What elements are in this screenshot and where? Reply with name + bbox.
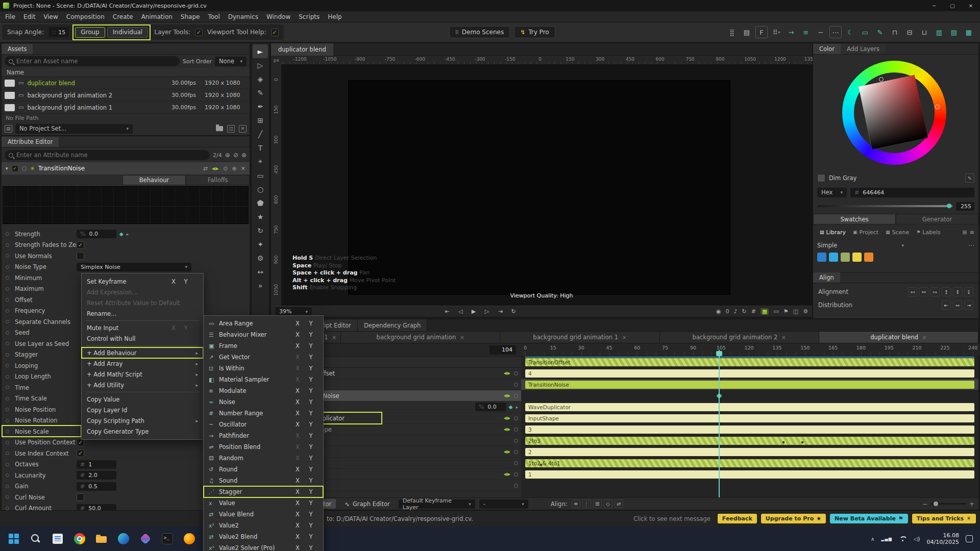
track-row-3[interactable]: 3 bbox=[521, 424, 978, 435]
alpha-slider-handle[interactable] bbox=[947, 204, 951, 208]
checkbox-use-normals[interactable] bbox=[77, 252, 84, 260]
keyframe-dot-icon[interactable] bbox=[6, 243, 9, 247]
keyframe-dot-icon[interactable] bbox=[6, 298, 9, 302]
menu-animation[interactable]: Animation bbox=[137, 13, 177, 20]
y-flag[interactable]: Y bbox=[304, 466, 318, 473]
layer-circle-icon[interactable] bbox=[514, 394, 518, 398]
y-flag[interactable]: Y bbox=[304, 432, 318, 439]
y-flag[interactable]: Y bbox=[304, 376, 318, 383]
more-dots-icon[interactable]: ⋯ bbox=[829, 26, 842, 38]
composition-canvas[interactable] bbox=[348, 80, 730, 295]
step-forward-button[interactable]: ▷ bbox=[482, 308, 492, 315]
layer-circle-icon[interactable] bbox=[514, 472, 518, 477]
align-top-icon[interactable]: ⊓ bbox=[889, 26, 901, 38]
submenu-item-area-range[interactable]: ▭Area RangeXY bbox=[204, 318, 323, 329]
checkbox-use-index-context[interactable]: ✓ bbox=[77, 449, 84, 457]
star-tool[interactable]: ★ bbox=[253, 210, 268, 223]
tl-align-center-icon[interactable]: ⋮ bbox=[582, 499, 591, 508]
close-tab-icon[interactable]: × bbox=[460, 335, 464, 340]
badge-new-beta-available[interactable]: New Beta Available⚑ bbox=[830, 514, 908, 523]
minimize-button[interactable]: ─ bbox=[925, 0, 943, 11]
x-flag[interactable]: X bbox=[291, 443, 304, 450]
distribute-center-icon[interactable]: ⇔ bbox=[953, 300, 962, 310]
list-view-icon[interactable]: ≡ bbox=[970, 229, 974, 236]
align-bottom-icon[interactable]: ⊔ bbox=[918, 26, 930, 38]
keyframe-dot-icon[interactable] bbox=[6, 276, 9, 280]
close-tab-icon[interactable]: × bbox=[332, 335, 336, 340]
distribute-left-icon[interactable]: ⇤ bbox=[942, 300, 951, 310]
align-bottom-icon[interactable]: ↧ bbox=[964, 287, 973, 296]
align-tab[interactable]: Align bbox=[813, 272, 840, 283]
close-tab-icon[interactable]: × bbox=[622, 335, 626, 340]
moon-icon[interactable]: ☾ bbox=[844, 26, 856, 38]
graph-editor-button[interactable]: ∿ Graph Editor bbox=[340, 499, 395, 509]
assets-tab[interactable]: Assets bbox=[2, 44, 33, 54]
notification-icon[interactable] bbox=[966, 535, 973, 542]
snap-grid-icon[interactable]: # bbox=[751, 308, 756, 315]
number-field[interactable]: #0.5 bbox=[77, 482, 116, 491]
strength-value-field[interactable]: %0.0 bbox=[475, 403, 506, 411]
asset-row-background-grid-animation-1[interactable]: ▭background grid animation 130.00fps1920… bbox=[2, 102, 250, 114]
x-flag[interactable]: X bbox=[291, 331, 304, 338]
track-row-waveduplicator[interactable]: WaveDuplicator bbox=[521, 402, 978, 413]
asset-row-duplicator-blend[interactable]: ▭duplicator blend30.00fps1920 x 1080 bbox=[2, 77, 250, 89]
folder-taskbar-icon[interactable] bbox=[95, 532, 108, 545]
timeline-bar-2[interactable]: 2 bbox=[525, 448, 974, 456]
display-icon[interactable]: ▭ bbox=[773, 308, 778, 315]
keyframe-nav-icons[interactable]: ◀▶ bbox=[504, 371, 511, 375]
keyframe-dot-icon[interactable] bbox=[6, 320, 9, 323]
playhead-marker[interactable] bbox=[716, 351, 722, 356]
x-flag[interactable]: X bbox=[291, 421, 304, 428]
stamp-tool[interactable]: ⊞ bbox=[253, 113, 268, 127]
y-flag[interactable]: Y bbox=[304, 320, 318, 327]
region-tool[interactable]: ◈ bbox=[253, 72, 268, 86]
menu-item-copy-scripting-path[interactable]: Copy Scripting Path▸ bbox=[82, 415, 203, 426]
x-flag[interactable]: X bbox=[291, 376, 304, 383]
submenu-item-number-range[interactable]: #Number RangeXY bbox=[204, 408, 323, 419]
y-flag[interactable]: Y bbox=[304, 398, 318, 406]
keyframe-arrow-icon[interactable]: ▸ bbox=[516, 405, 518, 410]
track-row-4[interactable]: 4 bbox=[521, 368, 978, 379]
asset-search-input[interactable]: Enter an Asset name bbox=[5, 56, 180, 66]
keyframe-dot-icon[interactable] bbox=[6, 342, 9, 345]
expand-tools[interactable]: » bbox=[253, 279, 268, 292]
submenu-item-behaviour-mixer[interactable]: ☰Behaviour MixerXY bbox=[204, 329, 323, 340]
columns-icon[interactable]: ▥ bbox=[933, 26, 945, 38]
color-mode-dropdown[interactable]: Hex ▾ bbox=[817, 188, 847, 197]
close-button[interactable]: ✕ bbox=[962, 0, 980, 11]
layer-circle-icon[interactable] bbox=[514, 416, 518, 420]
menu-item-copy-generator-type[interactable]: Copy Generator Type bbox=[82, 426, 203, 437]
y-flag[interactable]: Y bbox=[304, 421, 318, 428]
comp-tab-background-grid-animation[interactable]: background grid animation× bbox=[341, 332, 500, 343]
edge-taskbar-icon[interactable] bbox=[117, 532, 130, 545]
polygon-tool[interactable] bbox=[253, 196, 268, 210]
x-flag[interactable]: X bbox=[291, 477, 304, 484]
keyframe-dot-icon[interactable] bbox=[6, 507, 9, 510]
x-flag[interactable]: X bbox=[291, 522, 304, 529]
timeline-bar-transitionoffset[interactable]: TransitionOffset bbox=[525, 358, 974, 366]
chrome-taskbar-icon[interactable] bbox=[73, 532, 86, 545]
x-flag[interactable]: X bbox=[291, 488, 304, 495]
noise-type-dropdown[interactable]: Simplex Noise▾ bbox=[77, 263, 191, 271]
menu-file[interactable]: File bbox=[1, 13, 19, 20]
x-flag[interactable]: X bbox=[167, 324, 180, 332]
terminal-taskbar-icon[interactable] bbox=[161, 532, 174, 545]
y-flag[interactable]: Y bbox=[304, 522, 318, 529]
align-center-h-icon[interactable]: ↔ bbox=[919, 287, 928, 296]
keyframe-nav-icons[interactable]: ◀▶ bbox=[504, 427, 511, 432]
menu-item-copy-value[interactable]: Copy Value bbox=[82, 394, 203, 405]
keyframe-dot-icon[interactable] bbox=[6, 254, 9, 258]
emitter-tool[interactable]: ✦ bbox=[253, 237, 268, 251]
keyframe-nav-icons[interactable]: ◀▶ bbox=[504, 416, 511, 420]
horizontal-ruler[interactable]: -1200-1050-900-750-600-450-300-150015030… bbox=[282, 56, 813, 65]
y-flag[interactable]: Y bbox=[304, 443, 318, 450]
x-flag[interactable]: X bbox=[167, 278, 180, 285]
submenu-item-sound[interactable]: ♫SoundXY bbox=[204, 475, 323, 486]
timeline-bar-3[interactable]: 3 bbox=[525, 425, 974, 434]
tab-dependency-graph[interactable]: Dependency Graph bbox=[358, 319, 427, 331]
taskbar-clock[interactable]: 16.08 04/10/2025 bbox=[927, 532, 959, 545]
try-pro-button[interactable]: ↯ Try Pro bbox=[514, 26, 555, 38]
camera-icon[interactable]: ◉ bbox=[716, 308, 721, 315]
y-flag[interactable]: Y bbox=[304, 365, 318, 372]
loop-button[interactable]: ↻ bbox=[509, 308, 518, 315]
